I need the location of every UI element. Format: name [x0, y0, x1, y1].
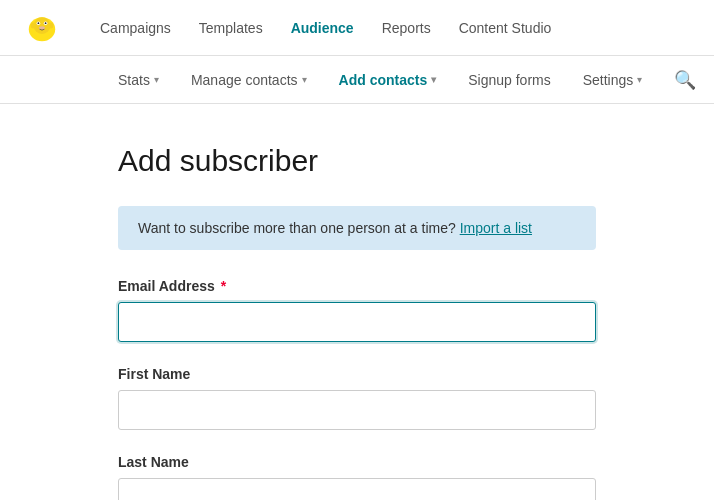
- email-label: Email Address *: [118, 278, 596, 294]
- email-field-group: Email Address *: [118, 278, 596, 342]
- sub-nav: Stats ▾ Manage contacts ▾ Add contacts ▾…: [0, 56, 714, 104]
- mailchimp-logo: [24, 10, 60, 46]
- subnav-add-contacts[interactable]: Add contacts ▾: [323, 56, 453, 103]
- subnav-add-contacts-label: Add contacts: [339, 72, 428, 88]
- add-subscriber-form: Email Address * First Name Last Name: [118, 278, 596, 500]
- chevron-down-icon: ▾: [637, 74, 642, 85]
- chevron-down-icon: ▾: [431, 74, 436, 85]
- info-banner-text: Want to subscribe more than one person a…: [138, 220, 456, 236]
- nav-campaigns[interactable]: Campaigns: [100, 16, 171, 40]
- subnav-manage-contacts[interactable]: Manage contacts ▾: [175, 56, 323, 103]
- svg-point-9: [49, 22, 54, 28]
- subnav-stats-label: Stats: [118, 72, 150, 88]
- lastname-label: Last Name: [118, 454, 596, 470]
- subnav-signup-forms-label: Signup forms: [468, 72, 550, 88]
- info-banner: Want to subscribe more than one person a…: [118, 206, 596, 250]
- chevron-down-icon: ▾: [154, 74, 159, 85]
- firstname-label: First Name: [118, 366, 596, 382]
- svg-point-2: [34, 17, 51, 34]
- main-content: Add subscriber Want to subscribe more th…: [0, 104, 714, 500]
- nav-content-studio[interactable]: Content Studio: [459, 16, 552, 40]
- search-icon: 🔍: [674, 69, 696, 91]
- subnav-settings[interactable]: Settings ▾: [567, 56, 659, 103]
- svg-point-8: [31, 22, 36, 28]
- subnav-stats[interactable]: Stats ▾: [118, 56, 175, 103]
- email-input[interactable]: [118, 302, 596, 342]
- required-indicator: *: [221, 278, 226, 294]
- top-nav: Campaigns Templates Audience Reports Con…: [0, 0, 714, 56]
- svg-point-6: [45, 22, 47, 24]
- nav-reports[interactable]: Reports: [382, 16, 431, 40]
- subnav-settings-label: Settings: [583, 72, 634, 88]
- nav-templates[interactable]: Templates: [199, 16, 263, 40]
- subnav-manage-contacts-label: Manage contacts: [191, 72, 298, 88]
- chevron-down-icon: ▾: [302, 74, 307, 85]
- subnav-signup-forms[interactable]: Signup forms: [452, 56, 566, 103]
- svg-point-5: [38, 22, 40, 24]
- import-list-link[interactable]: Import a list: [460, 220, 532, 236]
- page-title: Add subscriber: [118, 144, 596, 178]
- nav-audience[interactable]: Audience: [291, 16, 354, 40]
- firstname-input[interactable]: [118, 390, 596, 430]
- search-button[interactable]: 🔍: [658, 56, 696, 103]
- lastname-field-group: Last Name: [118, 454, 596, 500]
- lastname-input[interactable]: [118, 478, 596, 500]
- firstname-field-group: First Name: [118, 366, 596, 430]
